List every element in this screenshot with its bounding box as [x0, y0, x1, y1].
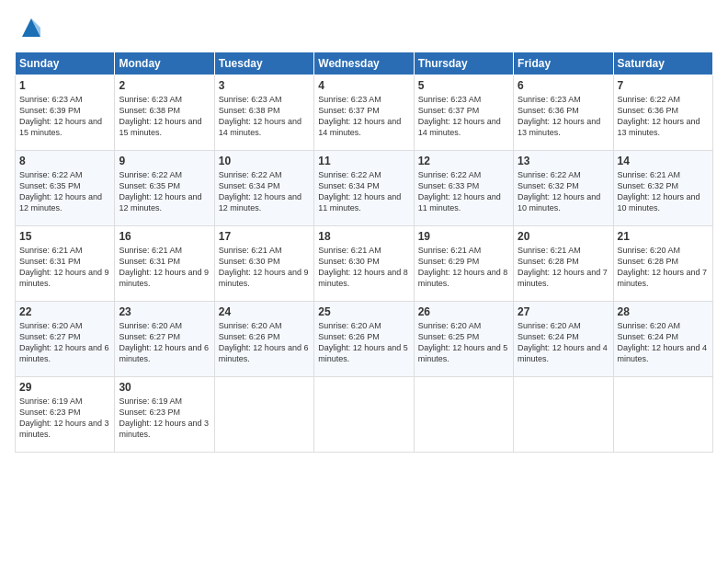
day-number: 30: [119, 381, 210, 394]
day-number: 16: [119, 230, 210, 243]
col-header-thursday: Thursday: [414, 52, 513, 75]
calendar-cell: 24Sunrise: 6:20 AMSunset: 6:26 PMDayligh…: [214, 302, 313, 377]
col-header-saturday: Saturday: [613, 52, 712, 75]
cell-content: Sunrise: 6:19 AMSunset: 6:23 PMDaylight:…: [119, 396, 210, 441]
day-number: 5: [418, 79, 509, 92]
day-number: 25: [318, 305, 409, 318]
calendar-cell: 26Sunrise: 6:20 AMSunset: 6:25 PMDayligh…: [414, 302, 513, 377]
day-number: 20: [518, 230, 609, 243]
day-number: 26: [418, 305, 509, 318]
cell-content: Sunrise: 6:21 AMSunset: 6:31 PMDaylight:…: [19, 245, 110, 290]
calendar-cell: 2Sunrise: 6:23 AMSunset: 6:38 PMDaylight…: [115, 75, 214, 151]
main-container: SundayMondayTuesdayWednesdayThursdayFrid…: [0, 0, 728, 460]
day-number: 21: [618, 230, 709, 243]
cell-content: Sunrise: 6:20 AMSunset: 6:26 PMDaylight:…: [219, 320, 310, 365]
day-number: 8: [19, 155, 110, 167]
calendar-table: SundayMondayTuesdayWednesdayThursdayFrid…: [15, 52, 713, 453]
day-number: 4: [318, 79, 409, 92]
calendar-cell: 28Sunrise: 6:20 AMSunset: 6:24 PMDayligh…: [613, 302, 712, 377]
calendar-cell: 20Sunrise: 6:21 AMSunset: 6:28 PMDayligh…: [514, 226, 613, 302]
col-header-sunday: Sunday: [16, 52, 115, 75]
cell-content: Sunrise: 6:21 AMSunset: 6:29 PMDaylight:…: [418, 245, 509, 290]
calendar-cell: 5Sunrise: 6:23 AMSunset: 6:37 PMDaylight…: [414, 75, 513, 151]
calendar-cell: 23Sunrise: 6:20 AMSunset: 6:27 PMDayligh…: [115, 302, 214, 377]
cell-content: Sunrise: 6:23 AMSunset: 6:39 PMDaylight:…: [19, 94, 110, 139]
cell-content: Sunrise: 6:20 AMSunset: 6:24 PMDaylight:…: [518, 320, 609, 365]
cell-content: Sunrise: 6:20 AMSunset: 6:27 PMDaylight:…: [119, 320, 210, 365]
cell-content: Sunrise: 6:22 AMSunset: 6:34 PMDaylight:…: [318, 169, 409, 214]
cell-content: Sunrise: 6:20 AMSunset: 6:24 PMDaylight:…: [618, 320, 709, 365]
cell-content: Sunrise: 6:20 AMSunset: 6:27 PMDaylight:…: [19, 320, 110, 365]
cell-content: Sunrise: 6:20 AMSunset: 6:26 PMDaylight:…: [318, 320, 409, 365]
calendar-week-5: 29Sunrise: 6:19 AMSunset: 6:23 PMDayligh…: [16, 377, 713, 453]
cell-content: Sunrise: 6:23 AMSunset: 6:37 PMDaylight:…: [418, 94, 509, 139]
day-number: 28: [618, 305, 709, 318]
cell-content: Sunrise: 6:23 AMSunset: 6:38 PMDaylight:…: [119, 94, 210, 139]
calendar-cell: 17Sunrise: 6:21 AMSunset: 6:30 PMDayligh…: [214, 226, 313, 302]
col-header-tuesday: Tuesday: [214, 52, 313, 75]
calendar-cell: 12Sunrise: 6:22 AMSunset: 6:33 PMDayligh…: [414, 151, 513, 226]
calendar-cell: 29Sunrise: 6:19 AMSunset: 6:23 PMDayligh…: [16, 377, 115, 453]
calendar-week-2: 8Sunrise: 6:22 AMSunset: 6:35 PMDaylight…: [16, 151, 713, 226]
day-number: 18: [318, 230, 409, 243]
calendar-cell: 7Sunrise: 6:22 AMSunset: 6:36 PMDaylight…: [613, 75, 712, 151]
col-header-monday: Monday: [115, 52, 214, 75]
calendar-cell: [414, 377, 513, 453]
day-number: 13: [518, 155, 609, 167]
calendar-cell: [613, 377, 712, 453]
col-header-friday: Friday: [514, 52, 613, 75]
calendar-cell: [514, 377, 613, 453]
cell-content: Sunrise: 6:23 AMSunset: 6:38 PMDaylight:…: [219, 94, 310, 139]
calendar-week-4: 22Sunrise: 6:20 AMSunset: 6:27 PMDayligh…: [16, 302, 713, 377]
calendar-week-3: 15Sunrise: 6:21 AMSunset: 6:31 PMDayligh…: [16, 226, 713, 302]
cell-content: Sunrise: 6:23 AMSunset: 6:36 PMDaylight:…: [518, 94, 609, 139]
calendar-cell: 18Sunrise: 6:21 AMSunset: 6:30 PMDayligh…: [314, 226, 414, 302]
day-number: 22: [19, 305, 110, 318]
cell-content: Sunrise: 6:20 AMSunset: 6:25 PMDaylight:…: [418, 320, 509, 365]
calendar-cell: [214, 377, 313, 453]
cell-content: Sunrise: 6:21 AMSunset: 6:30 PMDaylight:…: [318, 245, 409, 290]
calendar-cell: [314, 377, 414, 453]
day-number: 9: [119, 155, 210, 167]
calendar-cell: 22Sunrise: 6:20 AMSunset: 6:27 PMDayligh…: [16, 302, 115, 377]
cell-content: Sunrise: 6:21 AMSunset: 6:30 PMDaylight:…: [219, 245, 310, 290]
day-number: 12: [418, 155, 509, 167]
calendar-header-row: SundayMondayTuesdayWednesdayThursdayFrid…: [16, 52, 713, 75]
cell-content: Sunrise: 6:22 AMSunset: 6:35 PMDaylight:…: [119, 169, 210, 214]
calendar-cell: 27Sunrise: 6:20 AMSunset: 6:24 PMDayligh…: [514, 302, 613, 377]
day-number: 3: [219, 79, 310, 92]
day-number: 15: [19, 230, 110, 243]
calendar-cell: 10Sunrise: 6:22 AMSunset: 6:34 PMDayligh…: [214, 151, 313, 226]
day-number: 6: [518, 79, 609, 92]
day-number: 10: [219, 155, 310, 167]
day-number: 24: [219, 305, 310, 318]
logo-icon: [18, 15, 44, 40]
day-number: 19: [418, 230, 509, 243]
day-number: 17: [219, 230, 310, 243]
logo: [15, 15, 44, 40]
day-number: 7: [618, 79, 709, 92]
calendar-cell: 21Sunrise: 6:20 AMSunset: 6:28 PMDayligh…: [613, 226, 712, 302]
cell-content: Sunrise: 6:22 AMSunset: 6:35 PMDaylight:…: [19, 169, 110, 214]
calendar-cell: 3Sunrise: 6:23 AMSunset: 6:38 PMDaylight…: [214, 75, 313, 151]
calendar-cell: 8Sunrise: 6:22 AMSunset: 6:35 PMDaylight…: [16, 151, 115, 226]
day-number: 29: [19, 381, 110, 394]
cell-content: Sunrise: 6:21 AMSunset: 6:32 PMDaylight:…: [618, 169, 709, 214]
calendar-cell: 1Sunrise: 6:23 AMSunset: 6:39 PMDaylight…: [16, 75, 115, 151]
cell-content: Sunrise: 6:22 AMSunset: 6:33 PMDaylight:…: [418, 169, 509, 214]
col-header-wednesday: Wednesday: [314, 52, 414, 75]
day-number: 1: [19, 79, 110, 92]
calendar-cell: 6Sunrise: 6:23 AMSunset: 6:36 PMDaylight…: [514, 75, 613, 151]
calendar-cell: 16Sunrise: 6:21 AMSunset: 6:31 PMDayligh…: [115, 226, 214, 302]
cell-content: Sunrise: 6:22 AMSunset: 6:36 PMDaylight:…: [618, 94, 709, 139]
calendar-week-1: 1Sunrise: 6:23 AMSunset: 6:39 PMDaylight…: [16, 75, 713, 151]
calendar-cell: 13Sunrise: 6:22 AMSunset: 6:32 PMDayligh…: [514, 151, 613, 226]
calendar-cell: 11Sunrise: 6:22 AMSunset: 6:34 PMDayligh…: [314, 151, 414, 226]
header: [15, 15, 713, 40]
day-number: 11: [318, 155, 409, 167]
cell-content: Sunrise: 6:23 AMSunset: 6:37 PMDaylight:…: [318, 94, 409, 139]
day-number: 23: [119, 305, 210, 318]
day-number: 2: [119, 79, 210, 92]
calendar-cell: 15Sunrise: 6:21 AMSunset: 6:31 PMDayligh…: [16, 226, 115, 302]
day-number: 27: [518, 305, 609, 318]
